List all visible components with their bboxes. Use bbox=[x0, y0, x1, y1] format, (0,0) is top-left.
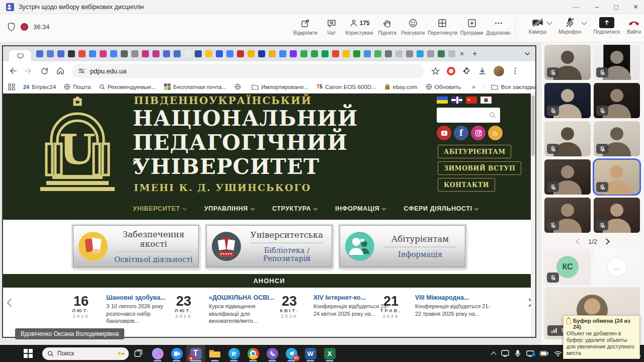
facebook-icon[interactable]: f bbox=[454, 126, 468, 140]
extension-o-icon[interactable] bbox=[447, 67, 455, 75]
news-item[interactable]: «ДОШКІЛЬНА ОСВІ...Курси підвищення квалі… bbox=[209, 294, 283, 325]
active-tab[interactable] bbox=[9, 50, 31, 61]
tab-favicon[interactable] bbox=[321, 50, 329, 57]
bookmark-item[interactable]: Обновить bbox=[426, 83, 461, 90]
tab-favicon[interactable] bbox=[110, 50, 117, 57]
tray-mic-icon[interactable] bbox=[515, 350, 521, 357]
news-date[interactable]: 23КВІТ.2026 bbox=[275, 295, 303, 319]
window-minimize-icon[interactable]: − bbox=[595, 3, 599, 11]
download-icon[interactable] bbox=[478, 67, 487, 75]
flag-china-icon[interactable]: ★ bbox=[466, 97, 477, 104]
home-icon[interactable] bbox=[56, 66, 65, 75]
tab-favicon[interactable] bbox=[395, 50, 403, 57]
tab-favicon[interactable] bbox=[406, 50, 413, 57]
news-item[interactable]: VIII Міжнародна...Конференція відбудетьс… bbox=[415, 294, 495, 317]
tab-favicon[interactable] bbox=[121, 50, 128, 57]
nav-university[interactable]: УНІВЕРСИТЕТ bbox=[133, 205, 186, 212]
nav-structure[interactable]: СТРУКТУРА bbox=[272, 205, 317, 212]
window-maximize-icon[interactable]: □ bbox=[614, 3, 618, 11]
apps-grid-icon[interactable] bbox=[8, 83, 15, 90]
tab-favicon[interactable] bbox=[78, 50, 86, 57]
page-prev-icon[interactable] bbox=[576, 238, 582, 245]
tab-favicon[interactable] bbox=[131, 50, 138, 57]
bookmark-item[interactable]: Бесплатная почта... bbox=[164, 83, 226, 90]
raise-hand-button[interactable]: Підняти bbox=[376, 17, 398, 36]
tab-favicon[interactable] bbox=[248, 50, 255, 57]
participant-video-tile[interactable] bbox=[544, 159, 591, 195]
edge-button[interactable]: e bbox=[224, 345, 244, 362]
nav-administration[interactable]: УПРАВЛІННЯ bbox=[204, 205, 254, 212]
tab-favicon[interactable] bbox=[142, 50, 149, 57]
tab-favicon[interactable] bbox=[36, 50, 43, 57]
share-screen-button[interactable]: Поділитися bbox=[593, 17, 620, 35]
new-tab-button[interactable]: + bbox=[472, 49, 477, 58]
tab-favicon[interactable] bbox=[385, 50, 392, 57]
tab-close-icon[interactable]: ✕ bbox=[459, 50, 464, 57]
tab-favicon[interactable] bbox=[311, 50, 318, 57]
zoom-button[interactable] bbox=[167, 345, 186, 362]
chrome-button[interactable] bbox=[244, 345, 263, 362]
site-settings-icon[interactable] bbox=[78, 67, 85, 74]
participant-video-tile[interactable] bbox=[544, 198, 591, 233]
more-actions-button[interactable]: Додатково bbox=[486, 17, 511, 36]
tab-favicon[interactable] bbox=[258, 50, 265, 57]
telegram-button[interactable]: 11 bbox=[282, 345, 301, 362]
tab-favicon[interactable] bbox=[353, 50, 360, 57]
tab-favicon[interactable] bbox=[237, 50, 244, 57]
profile-avatar[interactable] bbox=[494, 66, 504, 76]
tab-favicon[interactable] bbox=[89, 50, 96, 57]
tab-favicon[interactable] bbox=[364, 50, 371, 57]
tab-favicon[interactable] bbox=[68, 50, 75, 57]
viber-button[interactable] bbox=[263, 345, 282, 362]
initials-avatar-tile[interactable]: КС bbox=[544, 249, 591, 285]
file-explorer-button[interactable] bbox=[205, 345, 224, 362]
participants-button[interactable]: 175 Користувачі bbox=[346, 17, 373, 36]
nav-information[interactable]: ІНФОРМАЦІЯ bbox=[335, 205, 385, 212]
flag-korea-icon[interactable] bbox=[480, 97, 492, 104]
tab-favicon[interactable] bbox=[332, 50, 339, 57]
tab-favicon[interactable] bbox=[374, 50, 381, 57]
tab-favicon[interactable] bbox=[279, 50, 286, 57]
tab-favicon[interactable] bbox=[152, 50, 159, 57]
teams-button[interactable]: T● bbox=[186, 345, 205, 362]
participant-video-tile[interactable] bbox=[594, 159, 640, 195]
site-search-icon[interactable] bbox=[489, 112, 496, 119]
window-more-icon[interactable]: ⋯ bbox=[573, 3, 580, 11]
browser-menu-icon[interactable] bbox=[511, 67, 519, 75]
camera-options-chevron-icon[interactable] bbox=[546, 19, 552, 25]
forward-icon[interactable] bbox=[24, 66, 33, 75]
participant-video-tile[interactable] bbox=[544, 83, 591, 118]
tab-favicon[interactable] bbox=[417, 50, 424, 57]
participant-video-tile[interactable] bbox=[594, 45, 640, 80]
applicants-card[interactable]: Абітурієнтам Інформація bbox=[340, 225, 465, 267]
apps-button[interactable]: Програми bbox=[460, 17, 484, 36]
tab-favicon[interactable] bbox=[100, 50, 107, 57]
flag-uk-icon[interactable] bbox=[451, 97, 462, 104]
tray-expand-chevron-icon[interactable] bbox=[492, 351, 496, 356]
start-button[interactable] bbox=[19, 349, 37, 358]
news-date[interactable]: 23ЛЮТ.2026 bbox=[170, 295, 198, 319]
winter-admission-button[interactable]: ЗИМОВИЙ ВСТУП bbox=[438, 161, 521, 175]
tab-favicon[interactable] bbox=[205, 50, 212, 57]
quality-card[interactable]: Забезпечення якості Освітньої діяльності bbox=[73, 225, 199, 267]
bookmark-item[interactable]: ebay.com bbox=[384, 83, 418, 90]
bookmark-item[interactable]: Рекомендуемые... bbox=[99, 84, 156, 90]
tab-favicon[interactable] bbox=[226, 50, 233, 57]
tab-favicon[interactable] bbox=[195, 50, 202, 57]
tab-search-chevron-icon[interactable] bbox=[524, 52, 530, 56]
copilot-button[interactable] bbox=[148, 345, 167, 362]
participant-video-tile[interactable] bbox=[594, 121, 640, 156]
extensions-puzzle-icon[interactable] bbox=[462, 67, 471, 75]
battery-icon[interactable] bbox=[540, 351, 548, 356]
excel-button[interactable]: X bbox=[320, 345, 339, 362]
news-date[interactable]: 21ТРАВ.2026 bbox=[377, 295, 405, 319]
mic-toggle-button[interactable]: Мікрофон bbox=[558, 17, 581, 35]
overflow-participants-tile[interactable]: ... bbox=[594, 249, 640, 285]
tab-favicon[interactable] bbox=[269, 50, 276, 57]
news-date[interactable]: 16ЛЮТ.2026 bbox=[67, 295, 95, 319]
participant-video-tile[interactable] bbox=[594, 83, 640, 118]
reload-icon[interactable] bbox=[40, 67, 49, 75]
page-scrollbar[interactable] bbox=[531, 94, 535, 337]
tab-favicon[interactable] bbox=[174, 50, 181, 57]
taskbar-search[interactable]: Поиск ✦✦ bbox=[42, 347, 129, 360]
